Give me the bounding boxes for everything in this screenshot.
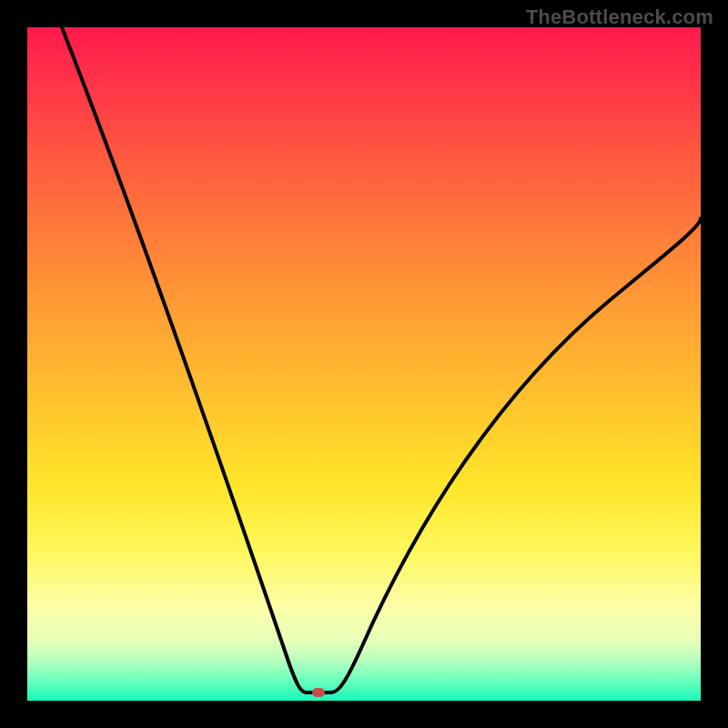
bottleneck-curve <box>27 27 701 701</box>
plot-area <box>27 27 701 701</box>
chart-frame: TheBottleneck.com <box>0 0 728 728</box>
watermark-text: TheBottleneck.com <box>526 5 713 29</box>
optimal-point-marker <box>312 688 325 697</box>
curve-path <box>62 27 701 693</box>
